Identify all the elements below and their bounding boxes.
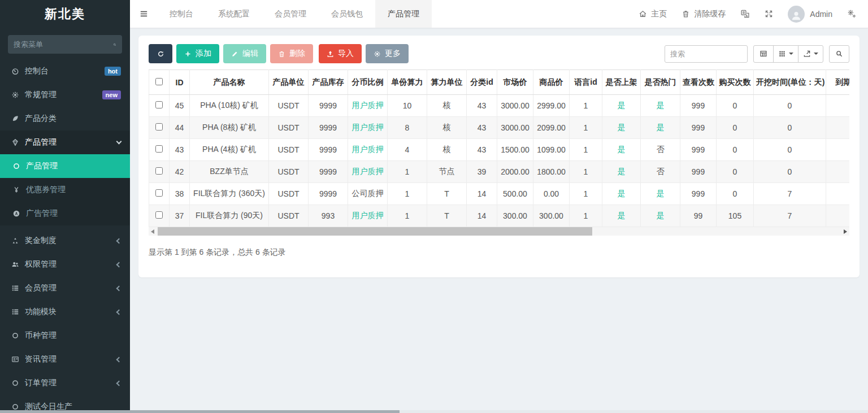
table-row[interactable]: 45 PHA (10核) 矿机 USDT 9999 用户质押 10 核 43 3… — [149, 95, 850, 117]
cell-unit: USDT — [269, 139, 309, 161]
fullscreen-button[interactable] — [765, 10, 773, 18]
add-button[interactable]: 添加 — [176, 44, 219, 63]
cell-dig-days: 0 — [754, 139, 826, 161]
cell-product-name: PHA (4核) 矿机 — [190, 139, 269, 161]
cell-ratio[interactable]: 公司质押 — [348, 183, 388, 205]
cell-unit: USDT — [269, 95, 309, 117]
cell-ratio[interactable]: 用户质押 — [348, 205, 388, 227]
table-row[interactable]: 38 FIL联合算力 (360天) USDT 9999 公司质押 1 T 14 … — [149, 183, 850, 205]
cell-hot[interactable]: 否 — [641, 161, 680, 183]
scroll-left-arrow[interactable] — [151, 229, 154, 234]
cell-hot[interactable]: 是 — [641, 95, 680, 117]
page-content: 添加 编辑 删除 导入 更多 — [130, 28, 868, 285]
cell-views: 999 — [680, 183, 717, 205]
sidebar-search-input[interactable] — [14, 40, 113, 49]
sidebar-item[interactable]: 常规管理 new — [0, 83, 130, 107]
cell-on-sale[interactable]: 是 — [602, 161, 641, 183]
nav-tab[interactable]: 系统配置 — [206, 0, 262, 28]
table-row[interactable]: 43 PHA (4核) 矿机 USDT 9999 用户质押 4 核 43 150… — [149, 139, 850, 161]
export-button[interactable] — [798, 45, 823, 63]
sidebar-item[interactable]: 控制台 hot — [0, 59, 130, 83]
cell-on-sale[interactable]: 是 — [602, 205, 641, 227]
sidebar-item-icon — [11, 284, 19, 292]
refresh-button[interactable] — [149, 44, 172, 63]
nav-tab[interactable]: 控制台 — [157, 0, 206, 28]
home-link[interactable]: 主页 — [639, 9, 667, 19]
clear-cache-link[interactable]: 清除缓存 — [682, 9, 726, 19]
scrollbar-thumb[interactable] — [158, 227, 592, 236]
sidebar-item[interactable]: 奖金制度 — [0, 229, 130, 253]
table-row[interactable]: 42 BZZ单节点 USDT 9999 用户质押 1 节点 39 2000.00… — [149, 161, 850, 183]
cell-on-sale[interactable]: 是 — [602, 183, 641, 205]
sidebar-search[interactable] — [8, 35, 122, 54]
cell-views: 999 — [680, 161, 717, 183]
cell-hot[interactable]: 是 — [641, 205, 680, 227]
page-horizontal-scrollbar[interactable] — [0, 410, 868, 413]
cell-product-name: PHA (10核) 矿机 — [190, 95, 269, 117]
home-icon — [639, 10, 647, 18]
chevron-left-icon — [116, 262, 122, 267]
cell-hot[interactable]: 否 — [641, 139, 680, 161]
sidebar-item-icon — [11, 91, 19, 99]
cell-ratio[interactable]: 用户质押 — [348, 95, 388, 117]
cell-unit: USDT — [269, 161, 309, 183]
language-button[interactable] — [740, 9, 750, 19]
page-scrollbar-thumb[interactable] — [0, 410, 400, 413]
detail-view-button[interactable] — [753, 45, 774, 63]
avatar — [788, 6, 805, 23]
sidebar-item[interactable]: 产品分类 — [0, 107, 130, 131]
row-checkbox[interactable] — [155, 123, 163, 131]
table-scroll-area[interactable]: ID 产品名称 产品单位 产品库存 分币比例 单份算力 算力单位 分类id 市场… — [149, 69, 849, 227]
user-menu[interactable]: Admin — [788, 6, 832, 23]
cell-ratio[interactable]: 用户质押 — [348, 161, 388, 183]
row-select-cell — [149, 117, 170, 139]
sidebar-item-icon — [11, 403, 19, 411]
table-horizontal-scrollbar[interactable] — [149, 227, 849, 236]
columns-button[interactable] — [773, 45, 798, 63]
sidebar-item[interactable]: 资讯管理 — [0, 347, 130, 371]
row-checkbox[interactable] — [155, 145, 163, 153]
sidebar-subitem[interactable]: 产品管理 — [0, 154, 130, 178]
sidebar-item[interactable]: 币种管理 — [0, 324, 130, 347]
sidebar-item[interactable]: 权限管理 — [0, 253, 130, 276]
cell-hot[interactable]: 是 — [641, 183, 680, 205]
more-button[interactable]: 更多 — [366, 44, 409, 63]
cell-power-unit: T — [427, 183, 467, 205]
sidebar: 新北美 控制台 hot 常规管理 new 产品分类 — [0, 0, 130, 410]
scroll-right-arrow[interactable] — [844, 229, 847, 234]
cell-ratio[interactable]: 用户质押 — [348, 139, 388, 161]
cell-on-sale[interactable]: 是 — [602, 95, 641, 117]
cell-on-sale[interactable]: 是 — [602, 139, 641, 161]
table-row[interactable]: 44 PHA (8核) 矿机 USDT 9999 用户质押 8 核 43 300… — [149, 117, 850, 139]
cell-on-sale[interactable]: 是 — [602, 117, 641, 139]
row-checkbox[interactable] — [155, 167, 163, 175]
row-checkbox[interactable] — [155, 189, 163, 197]
sidebar-item[interactable]: 订单管理 — [0, 371, 130, 395]
search-button[interactable] — [829, 45, 849, 63]
table-search-input[interactable] — [665, 45, 748, 63]
sidebar-subitem[interactable]: 优惠券管理 — [0, 178, 130, 202]
sidebar-subitem[interactable]: 广告管理 — [0, 202, 130, 225]
select-all-checkbox[interactable] — [155, 78, 163, 85]
cell-buys: 0 — [717, 161, 754, 183]
sidebar-item[interactable]: 功能模块 — [0, 300, 130, 324]
row-checkbox[interactable] — [155, 211, 163, 219]
cell-hot[interactable]: 是 — [641, 117, 680, 139]
sidebar-toggle-button[interactable] — [130, 0, 157, 28]
import-button[interactable]: 导入 — [319, 44, 362, 63]
table-row[interactable]: 37 FIL联合算力 (90天) USDT 993 用户质押 1 T 14 30… — [149, 205, 850, 227]
row-checkbox[interactable] — [155, 101, 163, 108]
sidebar-item-product-parent[interactable]: 产品管理 — [0, 131, 130, 154]
sidebar-item-icon — [11, 332, 19, 340]
settings-button[interactable] — [847, 9, 857, 19]
nav-tab[interactable]: 会员管理 — [262, 0, 319, 28]
nav-tab[interactable]: 产品管理 — [375, 0, 432, 28]
column-header: 产品名称 — [190, 70, 269, 95]
cell-dig-days: 0 — [754, 95, 826, 117]
cell-market-price: 3000.00 — [497, 95, 533, 117]
sidebar-item-icon — [11, 355, 19, 363]
sidebar-item[interactable]: 会员管理 — [0, 276, 130, 300]
nav-tab[interactable]: 会员钱包 — [319, 0, 375, 28]
chevron-left-icon — [116, 285, 122, 291]
cell-ratio[interactable]: 用户质押 — [348, 117, 388, 139]
